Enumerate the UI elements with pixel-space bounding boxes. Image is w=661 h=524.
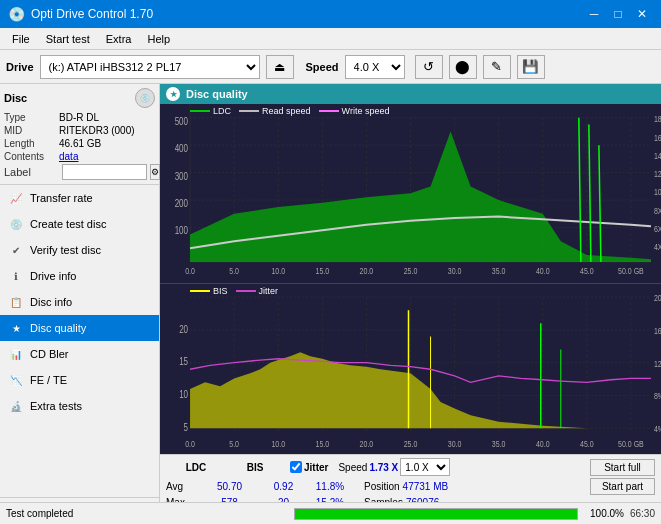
jitter-checkbox[interactable]: [290, 461, 302, 473]
svg-text:20%: 20%: [654, 293, 661, 303]
sidebar-item-transfer-rate[interactable]: 📈 Transfer rate: [0, 185, 159, 211]
disc-info-icon: 📋: [8, 294, 24, 310]
top-chart-svg: 100 200 300 400 500 18X 16X 14X 12X 10X …: [160, 104, 661, 283]
disc-length-value: 46.61 GB: [59, 138, 155, 149]
sidebar-item-transfer-rate-label: Transfer rate: [30, 192, 93, 204]
sidebar-item-drive-info[interactable]: ℹ Drive info: [0, 263, 159, 289]
disc-length-row: Length 46.61 GB: [4, 138, 155, 149]
legend-jitter-color: [236, 290, 256, 292]
svg-text:14X: 14X: [654, 150, 661, 161]
legend-read-speed-label: Read speed: [262, 106, 311, 116]
disc-label-label: Label: [4, 166, 59, 178]
svg-text:50.0 GB: 50.0 GB: [618, 265, 644, 276]
legend-read-speed: Read speed: [239, 106, 311, 116]
svg-text:35.0: 35.0: [492, 265, 506, 276]
svg-text:5: 5: [184, 421, 188, 432]
record-button[interactable]: ⬤: [449, 55, 477, 79]
sidebar-item-disc-quality-label: Disc quality: [30, 322, 86, 334]
disc-contents-label: Contents: [4, 151, 59, 162]
svg-text:30.0: 30.0: [448, 438, 462, 448]
svg-text:8%: 8%: [654, 391, 661, 401]
sidebar-item-verify-test-disc[interactable]: ✔ Verify test disc: [0, 237, 159, 263]
transfer-rate-icon: 📈: [8, 190, 24, 206]
disc-contents-value[interactable]: data: [59, 151, 78, 162]
position-label: Position: [364, 481, 400, 492]
title-bar: 💿 Opti Drive Control 1.70 ─ □ ✕: [0, 0, 661, 28]
svg-text:10.0: 10.0: [271, 265, 285, 276]
menu-start-test[interactable]: Start test: [38, 31, 98, 47]
minimize-button[interactable]: ─: [583, 3, 605, 25]
start-part-button[interactable]: Start part: [590, 478, 655, 495]
time-text: 66:30: [630, 508, 655, 519]
top-legend: LDC Read speed Write speed: [190, 106, 389, 116]
title-bar-left: 💿 Opti Drive Control 1.70: [8, 6, 153, 22]
sidebar-item-drive-info-label: Drive info: [30, 270, 76, 282]
disc-type-value: BD-R DL: [59, 112, 155, 123]
legend-ldc: LDC: [190, 106, 231, 116]
disc-label-button[interactable]: ⚙: [150, 164, 160, 180]
maximize-button[interactable]: □: [607, 3, 629, 25]
svg-text:30.0: 30.0: [448, 265, 462, 276]
sidebar-item-disc-quality[interactable]: ★ Disc quality: [0, 315, 159, 341]
legend-ldc-color: [190, 110, 210, 112]
sidebar-item-fe-te-label: FE / TE: [30, 374, 67, 386]
speed-stat-value: 1.73 X: [369, 462, 398, 473]
sidebar-item-create-test-disc[interactable]: 💿 Create test disc: [0, 211, 159, 237]
verify-test-disc-icon: ✔: [8, 242, 24, 258]
svg-text:18X: 18X: [654, 113, 661, 124]
sidebar-item-disc-info[interactable]: 📋 Disc info: [0, 289, 159, 315]
svg-text:6X: 6X: [654, 223, 661, 234]
svg-text:8X: 8X: [654, 205, 661, 216]
sidebar-item-cd-bler-label: CD Bler: [30, 348, 69, 360]
svg-text:500: 500: [175, 114, 188, 127]
svg-text:200: 200: [175, 197, 188, 210]
svg-text:12%: 12%: [654, 358, 661, 368]
drive-info-icon: ℹ: [8, 268, 24, 284]
app-icon: 💿: [8, 6, 25, 22]
legend-jitter-label: Jitter: [259, 286, 279, 296]
extra-tests-icon: 🔬: [8, 398, 24, 414]
svg-text:50.0 GB: 50.0 GB: [618, 438, 644, 448]
avg-label: Avg: [166, 481, 198, 492]
menu-help[interactable]: Help: [139, 31, 178, 47]
eject-button[interactable]: ⏏: [266, 55, 294, 79]
sidebar: Disc 💿 Type BD-R DL MID RITEKDR3 (000) L…: [0, 84, 160, 524]
sidebar-item-fe-te[interactable]: 📉 FE / TE: [0, 367, 159, 393]
svg-text:0.0: 0.0: [185, 438, 195, 448]
disc-label-input[interactable]: [62, 164, 147, 180]
speed-stat-dropdown[interactable]: 1.0 X 2.0 X 4.0 X: [400, 458, 450, 476]
svg-text:45.0: 45.0: [580, 265, 594, 276]
disc-title: Disc: [4, 92, 27, 104]
speed-label: Speed: [306, 61, 339, 73]
avg-ldc: 50.70: [202, 481, 257, 492]
disc-mid-row: MID RITEKDR3 (000): [4, 125, 155, 136]
drive-label: Drive: [6, 61, 34, 73]
edit-button[interactable]: ✎: [483, 55, 511, 79]
svg-text:400: 400: [175, 142, 188, 155]
menu-file[interactable]: File: [4, 31, 38, 47]
svg-text:20.0: 20.0: [360, 438, 374, 448]
chart-area: ★ Disc quality LDC Read speed: [160, 84, 661, 524]
ldc-header: LDC: [186, 462, 207, 473]
main-content: Disc 💿 Type BD-R DL MID RITEKDR3 (000) L…: [0, 84, 661, 524]
svg-text:15.0: 15.0: [315, 265, 329, 276]
refresh-button[interactable]: ↺: [415, 55, 443, 79]
disc-contents-row: Contents data: [4, 151, 155, 162]
svg-text:300: 300: [175, 169, 188, 182]
svg-text:16X: 16X: [654, 132, 661, 143]
sidebar-item-cd-bler[interactable]: 📊 CD Bler: [0, 341, 159, 367]
svg-text:20: 20: [179, 323, 188, 334]
menu-extra[interactable]: Extra: [98, 31, 140, 47]
save-button[interactable]: 💾: [517, 55, 545, 79]
drive-select[interactable]: (k:) ATAPI iHBS312 2 PL17: [40, 55, 260, 79]
bottom-legend: BIS Jitter: [190, 286, 278, 296]
svg-text:20.0: 20.0: [360, 265, 374, 276]
disc-length-label: Length: [4, 138, 59, 149]
legend-ldc-label: LDC: [213, 106, 231, 116]
start-full-button[interactable]: Start full: [590, 459, 655, 476]
sidebar-item-extra-tests[interactable]: 🔬 Extra tests: [0, 393, 159, 419]
speed-select[interactable]: 4.0 X: [345, 55, 405, 79]
svg-text:4%: 4%: [654, 424, 661, 434]
close-button[interactable]: ✕: [631, 3, 653, 25]
legend-bis-label: BIS: [213, 286, 228, 296]
